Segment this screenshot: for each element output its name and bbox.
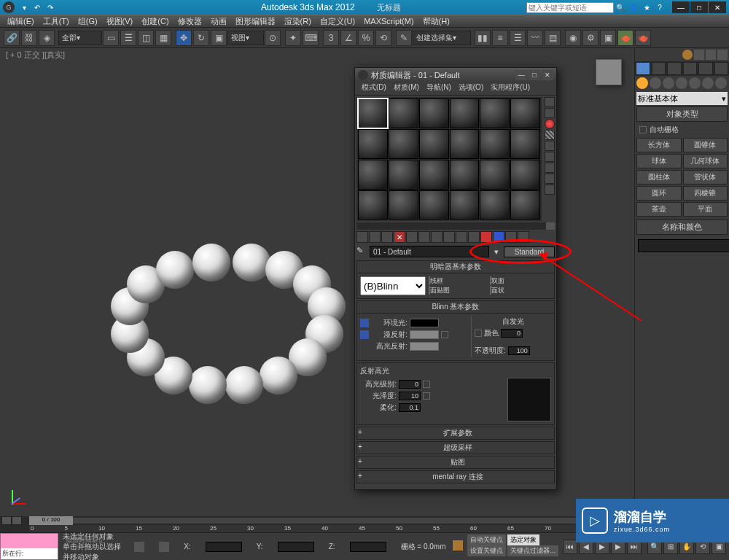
viewport-label[interactable]: [ + 0 正交 ][真实] — [6, 50, 65, 61]
btn-sphere[interactable]: 球体 — [636, 154, 682, 168]
material-editor-icon[interactable]: ◉ — [565, 30, 581, 46]
show-end-result-icon[interactable] — [468, 231, 480, 243]
keyboard-icon[interactable]: ⌨ — [303, 30, 319, 46]
material-type-button[interactable]: Standard — [504, 246, 555, 257]
btn-tube[interactable]: 管状体 — [683, 170, 728, 184]
move-icon[interactable]: ✥ — [176, 30, 192, 46]
spec-level-map[interactable] — [423, 381, 430, 388]
rendered-frame-icon[interactable]: ▣ — [600, 30, 616, 46]
tab-create-icon[interactable] — [636, 62, 650, 75]
link-icon[interactable]: 🔗 — [4, 30, 20, 46]
material-map-nav-icon[interactable] — [518, 231, 529, 243]
material-slot[interactable] — [450, 190, 480, 220]
btn-teapot[interactable]: 茶壶 — [636, 202, 682, 217]
ambient-swatch[interactable] — [410, 319, 439, 327]
key-icon[interactable] — [453, 540, 463, 551]
timeline-btn[interactable] — [1, 516, 12, 525]
make-unique-icon[interactable] — [418, 231, 430, 243]
material-slot[interactable] — [480, 129, 510, 159]
help-search-input[interactable] — [526, 2, 614, 13]
render-iterative-icon[interactable]: 🫖 — [635, 30, 651, 46]
tab-utilities-icon[interactable] — [714, 62, 729, 75]
menu-edit[interactable]: 编辑(E) — [3, 16, 39, 27]
rollout-shader-params[interactable]: 明暗器基本参数 — [356, 260, 555, 273]
go-parent-icon[interactable] — [480, 231, 492, 243]
preview-icon[interactable] — [545, 163, 555, 173]
manipulate-icon[interactable]: ✦ — [285, 30, 301, 46]
video-check-icon[interactable] — [545, 152, 555, 162]
window-crossing-icon[interactable]: ▦ — [155, 30, 171, 46]
material-slot[interactable] — [510, 129, 540, 159]
time-slider-thumb[interactable]: 0 / 100 — [29, 516, 73, 525]
cat-helpers-icon[interactable] — [689, 77, 701, 89]
material-slot[interactable] — [510, 160, 540, 190]
assign-to-selection-icon[interactable] — [381, 231, 393, 243]
pick-from-object-icon[interactable]: ✎ — [356, 246, 368, 257]
material-name-input[interactable] — [370, 246, 489, 257]
schematic-icon[interactable]: ▤ — [545, 30, 561, 46]
lock-ambient-icon[interactable] — [360, 319, 369, 327]
soften-spinner[interactable] — [399, 403, 421, 412]
close-button[interactable]: ✕ — [709, 1, 726, 13]
glossiness-map[interactable] — [423, 392, 430, 400]
make-copy-icon[interactable] — [406, 231, 418, 243]
btn-pyramid[interactable]: 四棱锥 — [683, 186, 728, 201]
scale-icon[interactable]: ▣ — [211, 30, 227, 46]
material-slot[interactable] — [480, 160, 510, 190]
material-slot[interactable] — [510, 98, 540, 128]
primitive-category-dropdown[interactable]: 标准基本体▾ — [636, 92, 728, 105]
rollout-mentalray[interactable]: +mental ray 连接 — [356, 470, 555, 483]
undo-icon[interactable]: ↶ — [32, 2, 42, 12]
cb-self-illum-color[interactable] — [475, 330, 482, 337]
coord-x-input[interactable] — [206, 542, 242, 552]
info-icon[interactable]: 👤 — [628, 2, 639, 12]
selection-filter[interactable]: 全部 ▾ — [58, 31, 102, 45]
diffuse-map-button[interactable] — [441, 331, 448, 338]
material-slot[interactable] — [358, 190, 388, 220]
btn-geosphere[interactable]: 几何球体 — [683, 154, 728, 168]
select-by-mat-icon[interactable] — [545, 184, 555, 195]
rollout-object-type[interactable]: 对象类型 — [636, 106, 728, 122]
lock-selection-icon[interactable] — [134, 542, 144, 552]
panel-icon[interactable] — [694, 50, 704, 60]
select-icon[interactable]: ▭ — [103, 30, 119, 46]
menu-customize[interactable]: 自定义(U) — [316, 16, 359, 27]
search-icon[interactable]: 🔍 — [615, 2, 625, 12]
layer-icon[interactable]: ☰ — [510, 30, 526, 46]
specular-swatch[interactable] — [410, 342, 439, 351]
snap-toggle-icon[interactable]: 3 — [323, 30, 339, 46]
spec-level-spinner[interactable] — [399, 380, 421, 389]
sample-type-icon[interactable] — [545, 97, 555, 107]
material-slot[interactable] — [450, 98, 480, 128]
tab-display-icon[interactable] — [698, 62, 713, 75]
select-region-icon[interactable]: ◫ — [138, 30, 154, 46]
me-close-button[interactable]: ✕ — [542, 70, 553, 80]
glossiness-spinner[interactable] — [399, 392, 421, 400]
viewcube[interactable] — [590, 55, 627, 91]
curve-editor-icon[interactable]: 〰 — [527, 30, 543, 46]
cat-space-icon[interactable] — [702, 77, 714, 89]
rollout-extended[interactable]: +扩展参数 — [356, 427, 555, 440]
menu-graph[interactable]: 图形编辑器 — [231, 16, 280, 27]
redo-icon[interactable]: ↷ — [45, 2, 55, 12]
get-material-icon[interactable] — [356, 231, 368, 243]
render-icon[interactable]: 🫖 — [617, 30, 634, 46]
key-mode-dropdown[interactable]: 选定对象 — [507, 534, 539, 545]
menu-animation[interactable]: 动画 — [206, 16, 231, 27]
btn-cylinder[interactable]: 圆柱体 — [636, 170, 682, 184]
quick-access-icon[interactable]: ▾ — [19, 2, 29, 12]
backlight-icon[interactable] — [545, 108, 555, 118]
cat-lights-icon[interactable] — [663, 77, 674, 89]
minimize-button[interactable]: — — [672, 1, 690, 13]
material-editor-titlebar[interactable]: 材质编辑器 - 01 - Default — □ ✕ — [355, 68, 556, 82]
unlink-icon[interactable]: ⛓ — [21, 30, 37, 46]
material-slot[interactable] — [450, 160, 480, 190]
btn-box[interactable]: 长方体 — [636, 138, 682, 152]
tab-motion-icon[interactable] — [683, 62, 698, 75]
material-slot[interactable] — [419, 129, 449, 159]
time-tag-label[interactable]: 添加时间标记 — [66, 536, 105, 545]
pick-material-icon[interactable] — [505, 231, 517, 243]
btn-torus[interactable]: 圆环 — [636, 186, 682, 201]
btn-plane[interactable]: 平面 — [683, 202, 728, 217]
menu-views[interactable]: 视图(V) — [102, 16, 138, 27]
